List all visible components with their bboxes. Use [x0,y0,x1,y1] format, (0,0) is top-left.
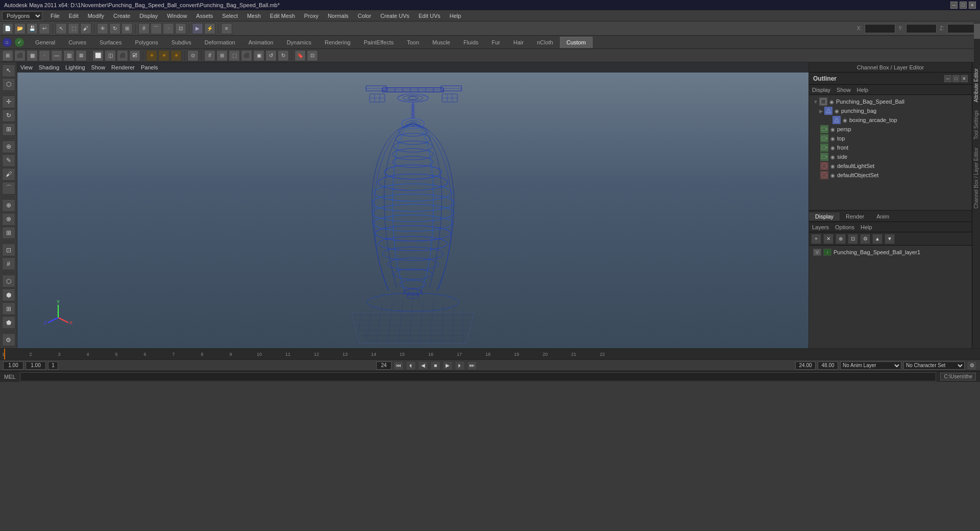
tool-settings-tab[interactable]: Tool Settings [972,106,980,143]
menu-normals[interactable]: Normals [324,12,353,20]
channel-box-tab[interactable]: Channel Box / Layer Editor [972,143,980,213]
viewport-menu-lighting[interactable]: Lighting [65,64,85,70]
play-to-end-button[interactable]: ⏭ [467,361,477,370]
outliner-display-menu[interactable]: Display [812,87,830,93]
step-back-button[interactable]: ⏴ [406,361,416,370]
start-frame-input[interactable] [3,361,23,370]
x-input[interactable] [865,24,895,33]
menu-create[interactable]: Create [109,12,134,20]
menu-select[interactable]: Select [218,12,242,20]
show-manips-button[interactable]: ⊡ [2,244,15,256]
layer-move-down-button[interactable]: ▼ [885,234,895,244]
menu-display[interactable]: Display [135,12,162,20]
camera-tools-button[interactable]: ⊞ [2,50,13,61]
light1-button[interactable]: ☀ [146,50,157,61]
viewport[interactable]: View Shading Lighting Show Renderer Pane… [17,62,808,348]
viewport-menu-shading[interactable]: Shading [39,64,59,70]
bookmark-button[interactable]: ✓ [14,37,24,47]
timeline-playhead[interactable] [4,349,5,359]
menu-proxy[interactable]: Proxy [300,12,323,20]
shaded-button[interactable]: ⬛ [117,50,128,61]
curve-tool[interactable]: ⌒ [2,182,15,195]
snap-point-button[interactable]: · [163,23,174,34]
grid-button-left[interactable]: # [2,257,15,270]
anim-options-button[interactable]: ⚙ [967,361,977,370]
new-scene-button[interactable]: 📄 [2,23,13,34]
viewport-menu-view[interactable]: View [20,64,33,70]
hud-button[interactable]: ⊞ [216,50,228,61]
outliner-close-btn[interactable]: ✕ [961,75,968,82]
overscan-button[interactable]: ⬛ [241,50,252,61]
undo-button[interactable]: ↩ [39,23,50,34]
play-forward-button[interactable]: ▶ [443,361,453,370]
mel-command-input[interactable] [20,372,937,381]
play-to-start-button[interactable]: ⏮ [394,361,404,370]
tab-rendering[interactable]: Rendering [318,37,357,48]
stop-button[interactable]: ■ [430,361,440,370]
menu-help[interactable]: Help [446,12,465,20]
tab-muscle[interactable]: Muscle [426,37,457,48]
outliner-item[interactable]: ◉ front [809,143,972,152]
range-end-input[interactable] [376,361,391,370]
select-tool[interactable]: ↖ [2,64,15,77]
sculpt-tool[interactable]: ✎ [2,154,15,167]
lasso-tool-button[interactable]: ⬚ [68,23,79,34]
bind-skin-tool[interactable]: ⊞ [2,227,15,239]
layer-tab-render[interactable]: Render [840,212,870,221]
outliner-max-btn[interactable]: □ [952,75,960,82]
outliner-item[interactable]: ◉ top [809,134,972,143]
rotate-tool[interactable]: ↻ [2,109,15,122]
snap-curve-button[interactable]: ⌒ [151,23,162,34]
outliner-show-menu[interactable]: Show [837,87,851,93]
ipr-render-button[interactable]: ⚡ [204,23,215,34]
range-end-full-input[interactable] [795,361,816,370]
ik-tool[interactable]: ⊗ [2,213,15,226]
paint-select-button[interactable]: 🖌 [80,23,91,34]
layer-item[interactable]: V / Punching_Bag_Speed_Ball_layer1 [809,248,972,257]
scale-tool-button[interactable]: ⊞ [121,23,133,34]
viewport-menu-panels[interactable]: Panels [141,64,158,70]
tab-polygons[interactable]: Polygons [128,37,164,48]
light2-button[interactable]: ☀ [158,50,169,61]
outliner-item[interactable]: ▶ ◉ punching_bag [809,106,972,115]
outliner-scrollbar-thumb[interactable] [974,23,980,39]
tab-general[interactable]: General [29,37,62,48]
home-button[interactable]: ⌂ [2,37,12,47]
layer-move-up-button[interactable]: ▲ [872,234,883,244]
minimize-button[interactable]: ─ [950,2,958,9]
isolate-button[interactable]: ⊙ [187,50,199,61]
frame-marker-input[interactable] [48,361,58,370]
show-ui-button[interactable]: ≡ [221,23,232,34]
tab-hair[interactable]: Hair [507,37,530,48]
outliner-help-menu[interactable]: Help [857,87,869,93]
tab-painteffects[interactable]: PaintEffects [357,37,401,48]
layer-layers-menu[interactable]: Layers [812,224,829,230]
select-by-layer-button[interactable]: ⊡ [848,234,858,244]
outliner-item[interactable]: ◉ side [809,152,972,161]
character-set-select[interactable]: No Character Set [903,361,965,370]
tab-curves[interactable]: Curves [62,37,93,48]
outliner-item[interactable]: ◉ defaultLightSet [809,161,972,171]
tab-dynamics[interactable]: Dynamics [280,37,318,48]
merge-button[interactable]: ⬟ [2,316,15,329]
close-button[interactable]: ✕ [969,2,976,9]
context-mode-dropdown[interactable]: Polygons Surfaces Animation [2,11,42,20]
attribute-editor-tab[interactable]: Attribute Editor [972,64,980,106]
menu-window[interactable]: Window [163,12,191,20]
light3-button[interactable]: ☀ [170,50,182,61]
membership-button[interactable]: ⊕ [836,234,846,244]
viewport-menu-show[interactable]: Show [91,64,106,70]
menu-assets[interactable]: Assets [192,12,217,20]
render-globals-button[interactable]: ⚙ [2,333,15,346]
menu-edit-uvs[interactable]: Edit UVs [414,12,445,20]
face-button[interactable]: ▥ [63,50,75,61]
snap-view-button[interactable]: ⊡ [175,23,186,34]
tab-surfaces[interactable]: Surfaces [93,37,128,48]
soft-mod-tool[interactable]: ⊛ [2,140,15,153]
scale-tool[interactable]: ⊞ [2,123,15,136]
tab-ncloth[interactable]: nCloth [530,37,560,48]
layer-tab-display[interactable]: Display [809,212,840,221]
maximize-button[interactable]: □ [960,2,967,9]
timeline-ruler[interactable]: 1 2 3 4 5 6 7 8 9 10 11 12 13 14 15 16 1… [0,349,980,359]
menu-mesh[interactable]: Mesh [243,12,265,20]
